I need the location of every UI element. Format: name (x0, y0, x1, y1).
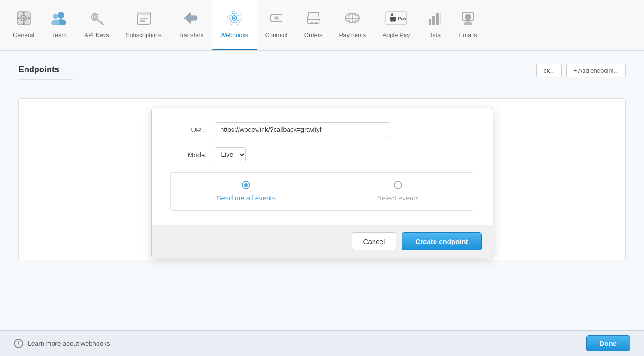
nav-item-subscriptions[interactable]: Subscriptions (117, 0, 170, 50)
endpoints-section: URL: Mode: Live Test (18, 98, 626, 260)
svg-rect-36 (429, 19, 431, 25)
mode-select[interactable]: Live Test (215, 147, 246, 162)
payments-icon (344, 11, 361, 29)
nav-item-transfers[interactable]: Transfers (170, 0, 212, 50)
nav-label-apple-pay: Apple Pay (382, 31, 410, 38)
orders-icon (306, 11, 321, 29)
url-row: URL: (170, 122, 474, 137)
nav-item-team[interactable]: Team (43, 0, 76, 50)
nav-label-connect: Connect (265, 31, 287, 38)
nav-item-webhooks[interactable]: Webhooks (212, 0, 257, 50)
create-endpoint-button[interactable]: Create endpoint (402, 232, 481, 250)
nav-label-data: Data (428, 31, 441, 38)
radio-select-events[interactable]: Select events (322, 173, 474, 210)
mode-label: Mode: (170, 151, 207, 159)
svg-rect-17 (140, 18, 148, 19)
general-icon (16, 11, 31, 29)
nav-item-api-keys[interactable]: API Keys (76, 0, 117, 50)
svg-text:Pay: Pay (398, 16, 407, 21)
svg-rect-16 (137, 12, 150, 15)
radio-options-group: Send me all events Select events (170, 172, 474, 211)
top-navigation: General Team API Keys (0, 0, 644, 51)
svg-point-43 (464, 21, 472, 25)
radio-select-events-circle (394, 181, 402, 189)
cancel-button[interactable]: Cancel (352, 232, 397, 250)
nav-label-api-keys: API Keys (84, 31, 109, 38)
svg-rect-37 (432, 16, 435, 25)
nav-label-general: General (13, 31, 34, 38)
endpoints-title: Endpoints (18, 65, 73, 80)
svg-point-41 (465, 14, 471, 20)
nav-label-payments: Payments (339, 31, 366, 38)
emails-icon (460, 11, 475, 29)
svg-point-2 (23, 17, 25, 19)
svg-rect-4 (23, 22, 25, 25)
svg-point-7 (58, 12, 64, 19)
svg-rect-3 (23, 12, 25, 14)
mode-row: Mode: Live Test (170, 147, 474, 162)
create-endpoint-modal: URL: Mode: Live Test (151, 108, 493, 258)
main-content: Endpoints ok... + Add endpoint... URL: (0, 51, 644, 319)
svg-rect-6 (28, 18, 30, 19)
modal-body: URL: Mode: Live Test (152, 108, 493, 225)
nav-label-subscriptions: Subscriptions (126, 31, 162, 38)
svg-rect-18 (140, 20, 145, 22)
nav-item-payments[interactable]: Payments (331, 0, 374, 50)
nav-item-data[interactable]: Data (418, 0, 451, 50)
filter-button[interactable]: ok... (536, 64, 562, 77)
modal-overlay: URL: Mode: Live Test (19, 99, 625, 260)
connect-icon (269, 11, 284, 29)
nav-label-webhooks: Webhooks (220, 31, 248, 38)
nav-item-apple-pay[interactable]: Pay Apple Pay (374, 0, 418, 50)
svg-point-12 (93, 16, 96, 19)
add-endpoint-button[interactable]: + Add endpoint... (566, 64, 626, 77)
apple-pay-icon: Pay (385, 11, 408, 29)
svg-point-10 (51, 20, 60, 25)
nav-label-team: Team (52, 31, 67, 38)
nav-item-connect[interactable]: Connect (257, 0, 295, 50)
webhooks-icon (227, 11, 242, 29)
svg-point-29 (315, 22, 317, 24)
radio-all-events[interactable]: Send me all events (171, 173, 322, 210)
svg-point-28 (311, 22, 313, 24)
svg-rect-38 (436, 13, 439, 25)
modal-footer: Cancel Create endpoint (152, 225, 493, 258)
team-icon (51, 11, 67, 29)
endpoints-toolbar: ok... + Add endpoint... (536, 64, 626, 77)
nav-label-orders: Orders (304, 31, 323, 38)
nav-label-transfers: Transfers (178, 31, 203, 38)
nav-item-emails[interactable]: Emails (451, 0, 485, 50)
data-icon (427, 11, 442, 29)
svg-point-24 (233, 17, 235, 19)
api-keys-icon (89, 11, 104, 29)
svg-line-13 (97, 19, 103, 25)
nav-item-general[interactable]: General (5, 0, 43, 50)
svg-rect-40 (429, 25, 441, 25)
transfers-icon (183, 11, 199, 29)
svg-rect-5 (17, 18, 19, 19)
url-input[interactable] (215, 122, 390, 137)
url-label: URL: (170, 126, 207, 134)
nav-label-emails: Emails (459, 31, 477, 38)
svg-rect-39 (440, 12, 441, 25)
radio-select-events-label: Select events (377, 194, 419, 202)
svg-point-27 (275, 17, 278, 19)
radio-all-events-circle (242, 181, 250, 189)
radio-all-events-label: Send me all events (216, 194, 276, 202)
svg-point-9 (53, 14, 58, 19)
nav-item-orders[interactable]: Orders (296, 0, 331, 50)
subscriptions-icon (136, 11, 152, 29)
